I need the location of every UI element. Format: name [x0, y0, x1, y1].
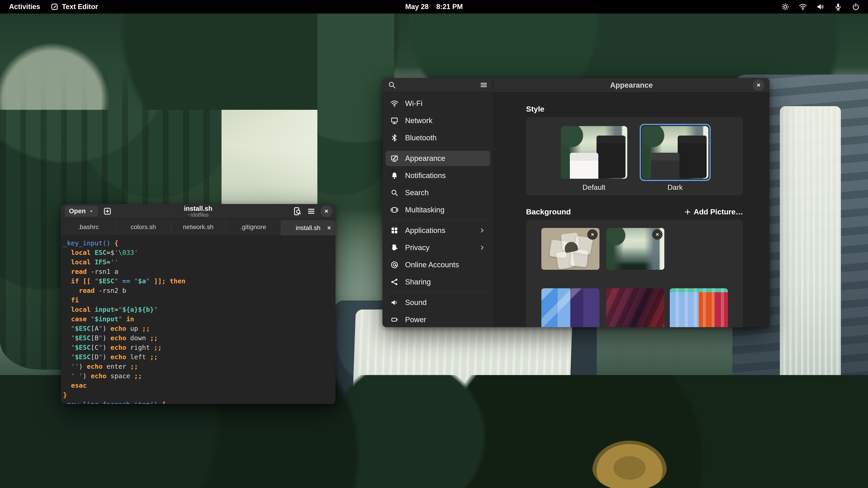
- sidebar-item-applications[interactable]: Applications: [385, 223, 490, 238]
- editor-tab-gitignore[interactable]: .gitignore: [225, 219, 281, 235]
- sidebar-item-sharing[interactable]: Sharing: [385, 274, 490, 290]
- power-icon: [849, 2, 862, 12]
- sidebar-item-wi-fi[interactable]: Wi-Fi: [385, 96, 490, 111]
- sidebar-item-label: Applications: [405, 226, 445, 235]
- code-line: _key_input() {: [63, 238, 336, 248]
- tab-label: colors.sh: [131, 223, 156, 231]
- code-line: "$ESC[C") echo right ;;: [63, 343, 336, 352]
- volume-icon: [814, 2, 827, 12]
- wifi-icon: [797, 2, 809, 12]
- search-icon: [390, 188, 399, 197]
- clock-button[interactable]: May 28 8:21 PM: [405, 3, 463, 11]
- appearance-icon: [390, 154, 399, 163]
- code-line: }: [63, 390, 336, 400]
- notifications-icon: [390, 171, 399, 180]
- add-picture-button[interactable]: Add Picture…: [684, 207, 743, 216]
- background-heading: Background: [526, 207, 571, 216]
- code-line: "$ESC[A") echo up ;;: [63, 324, 336, 333]
- hamburger-menu-button[interactable]: [479, 80, 488, 90]
- editor-close-button[interactable]: ×: [320, 205, 332, 217]
- code-line: local input="${a}${b}": [63, 305, 336, 314]
- text-editor-window: Open install.sh ~/dotfiles × .bashrccolo…: [61, 204, 336, 404]
- sidebar-item-power[interactable]: Power: [385, 312, 490, 327]
- editor-headerbar: Open install.sh ~/dotfiles ×: [61, 204, 336, 219]
- search-button[interactable]: [388, 80, 397, 90]
- settings-sidebar: Settings Wi-FiNetworkBluetoothAppearance…: [382, 78, 493, 327]
- bluetooth-icon: [390, 133, 399, 142]
- sidebar-item-notifications[interactable]: Notifications: [385, 168, 490, 183]
- sidebar-divider: [386, 147, 489, 148]
- code-line: read -rsn1 a: [63, 267, 336, 276]
- panel-headerbar: Appearance ×: [493, 78, 770, 92]
- document-preview-button[interactable]: [292, 206, 302, 216]
- sidebar-item-network[interactable]: Network: [385, 113, 490, 128]
- brightness-icon: [779, 2, 792, 12]
- sidebar-item-label: Multitasking: [405, 205, 444, 214]
- editor-tab-colors-sh[interactable]: colors.sh: [116, 219, 170, 235]
- background-thumb-geometric-blue[interactable]: [541, 288, 599, 327]
- add-picture-label: Add Picture…: [694, 207, 743, 216]
- chevron-right-icon: [479, 227, 486, 234]
- sidebar-item-online-accounts[interactable]: Online Accounts: [385, 257, 490, 272]
- system-menu[interactable]: [779, 2, 862, 12]
- sharing-icon: [390, 278, 399, 286]
- code-line: "$ESC[B") echo down ;;: [63, 333, 336, 343]
- sidebar-item-label: Sound: [405, 298, 427, 307]
- online-accounts-icon: [390, 260, 399, 269]
- sidebar-item-label: Network: [405, 116, 432, 125]
- sidebar-item-bluetooth[interactable]: Bluetooth: [385, 130, 490, 145]
- editor-tab-network-sh[interactable]: network.sh: [170, 219, 225, 235]
- sidebar-list: Wi-FiNetworkBluetoothAppearanceNotificat…: [382, 92, 493, 327]
- editor-tab-bashrc[interactable]: .bashrc: [61, 219, 116, 235]
- sidebar-item-label: Bluetooth: [405, 133, 436, 142]
- text-editor-app-icon: [51, 3, 58, 11]
- sidebar-item-multitasking[interactable]: Multitasking: [385, 202, 490, 218]
- time-label: 8:21 PM: [436, 3, 463, 11]
- sidebar-item-privacy[interactable]: Privacy: [385, 240, 490, 255]
- chevron-right-icon: [479, 244, 486, 251]
- tab-label: install.sh: [296, 224, 320, 232]
- wifi-icon: [390, 99, 399, 108]
- settings-close-button[interactable]: ×: [753, 79, 765, 91]
- background-thumb-forest[interactable]: ×: [606, 228, 664, 270]
- remove-background-button[interactable]: ×: [587, 229, 598, 240]
- chevron-down-icon: [89, 209, 94, 214]
- tab-label: .gitignore: [240, 223, 266, 231]
- code-line: fi: [63, 295, 336, 305]
- code-line: '') echo enter ;;: [63, 362, 336, 371]
- menu-button[interactable]: [307, 206, 316, 216]
- top-bar: Activities Text Editor May 28 8:21 PM: [0, 0, 868, 13]
- multitasking-icon: [390, 205, 399, 214]
- sidebar-item-search[interactable]: Search: [385, 185, 490, 200]
- sidebar-item-appearance[interactable]: Appearance: [385, 151, 490, 166]
- document-path: ~/dotfiles: [184, 212, 213, 218]
- code-line: read -rsn2 b: [63, 286, 336, 295]
- privacy-icon: [390, 243, 399, 252]
- code-area[interactable]: _key_input() { local ESC=$'\033' local I…: [61, 236, 336, 404]
- open-button-label: Open: [69, 207, 86, 215]
- editor-tab-bar: .bashrccolors.shnetwork.sh.gitignoreinst…: [61, 219, 336, 236]
- style-option-label: Default: [559, 183, 629, 192]
- editor-tab-install-sh[interactable]: install.sh×: [281, 220, 336, 235]
- sidebar-item-label: Online Accounts: [405, 260, 459, 269]
- focused-app-menu[interactable]: Text Editor: [51, 3, 98, 11]
- sidebar-item-sound[interactable]: Sound: [385, 295, 490, 310]
- open-document-button[interactable]: Open: [65, 206, 98, 217]
- code-line: if [[ "$ESC" == "$a" ]]; then: [63, 276, 336, 286]
- focused-app-name: Text Editor: [62, 3, 98, 11]
- tab-close-icon[interactable]: ×: [327, 224, 331, 232]
- code-line: local ESC=$'\033': [63, 248, 336, 257]
- background-thumb-drips[interactable]: [670, 288, 728, 327]
- code-line: "$ESC[D") echo left ;;: [63, 352, 336, 362]
- sidebar-item-label: Appearance: [405, 154, 445, 163]
- remove-background-button[interactable]: ×: [652, 229, 662, 240]
- background-thumb-maroon-waves[interactable]: [606, 288, 664, 327]
- settings-window: Settings Wi-FiNetworkBluetoothAppearance…: [382, 78, 770, 327]
- tab-label: .bashrc: [78, 223, 99, 231]
- activities-button[interactable]: Activities: [9, 3, 40, 11]
- sidebar-item-label: Wi-Fi: [405, 99, 423, 108]
- new-tab-button[interactable]: [103, 207, 112, 216]
- style-option-default[interactable]: Default: [559, 124, 629, 195]
- style-option-dark[interactable]: Dark: [640, 124, 711, 195]
- background-thumb-abstract[interactable]: ×: [541, 228, 599, 270]
